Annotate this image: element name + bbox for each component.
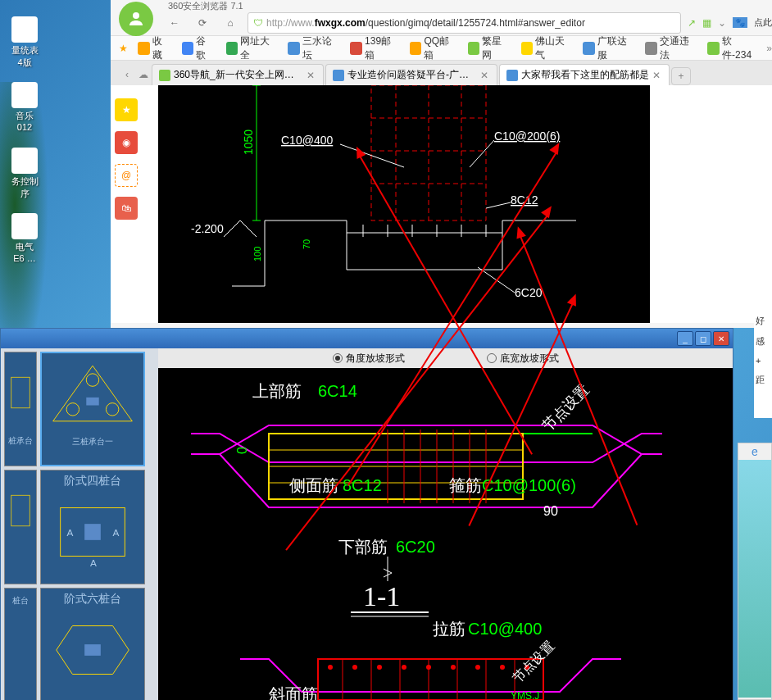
tabs-bar: ‹ ☁ 360导航_新一代安全上网导航✕专业造价问题答疑平台-广联达✕大家帮我看… <box>111 61 772 85</box>
svg-point-74 <box>352 665 357 670</box>
maximize-button[interactable]: ◻ <box>695 331 711 346</box>
svg-point-0 <box>133 12 139 19</box>
cad-canvas[interactable]: 上部筋 6C14 侧面筋 8C12 箍筋 C10@100(6) 下部筋 6C20… <box>158 368 733 700</box>
top-rebar-label: 上部筋 <box>252 382 302 400</box>
svg-text:侧面筋: 侧面筋 <box>289 476 338 494</box>
svg-text:A: A <box>90 557 97 569</box>
desktop-icon[interactable]: 音乐012 <box>0 82 49 132</box>
thumb-small-3[interactable]: 桩台 <box>4 588 37 700</box>
minimize-button[interactable]: _ <box>677 331 693 346</box>
svg-text:A: A <box>113 527 120 539</box>
thumb-small-2[interactable] <box>4 470 37 584</box>
svg-point-79 <box>475 665 480 670</box>
bookmark-item[interactable]: 繁星网 <box>465 33 513 64</box>
bookmark-item[interactable]: 139邮箱 <box>347 33 401 64</box>
svg-point-75 <box>377 665 382 670</box>
weibo-icon[interactable]: ◉ <box>115 131 138 154</box>
svg-text:6C20: 6C20 <box>396 538 435 556</box>
right-fragment: 好 感 + 距 <box>754 311 772 418</box>
preview-thumbnail[interactable] <box>738 460 771 698</box>
url-action[interactable]: 点此 <box>754 16 772 29</box>
svg-point-76 <box>402 665 406 670</box>
dropdown-icon[interactable]: ⌄ <box>718 17 726 29</box>
translate-icon[interactable]: ▦ <box>702 17 711 29</box>
url-domain: fwxgx.com <box>315 17 366 29</box>
desktop-icon[interactable]: 电气E6 … <box>0 213 49 263</box>
svg-text:C10@200(6): C10@200(6) <box>494 130 560 143</box>
browser-tab[interactable]: 大家帮我看下这里的配筋都是✕ <box>499 64 670 85</box>
url-bar[interactable]: 🛡 http://www.fwxgx.com/question/gimq/det… <box>247 12 681 34</box>
tab-cloud[interactable]: ☁ <box>135 64 152 85</box>
svg-rect-72 <box>318 659 543 700</box>
svg-text:节点设置: 节点设置 <box>510 639 556 685</box>
svg-text:6C20: 6C20 <box>515 286 543 299</box>
browser-tab[interactable]: 专业造价问题答疑平台-广联达✕ <box>325 64 497 85</box>
preview-panel: e <box>738 443 772 700</box>
bookmark-item[interactable]: QQ邮箱 <box>406 33 460 64</box>
svg-text:箍筋: 箍筋 <box>449 476 482 494</box>
user-avatar[interactable] <box>119 2 153 36</box>
svg-text:A: A <box>67 527 74 539</box>
svg-line-17 <box>340 144 404 167</box>
bookmark-item[interactable]: 交通违法 <box>642 33 699 64</box>
tab-scroll-left[interactable]: ‹ <box>119 64 135 85</box>
svg-text:C10@100(6): C10@100(6) <box>482 476 576 494</box>
back-button[interactable]: ← <box>164 12 185 34</box>
reload-button[interactable]: ⟳ <box>192 12 213 34</box>
url-path: /question/gimq/detail/1255724.html#answe… <box>366 17 585 29</box>
sidebar-icons: ★ ◉ @ 🛍 <box>115 98 141 230</box>
bookmarks-more[interactable]: » <box>766 43 772 54</box>
at-icon[interactable]: @ <box>115 164 138 187</box>
svg-point-33 <box>66 403 79 416</box>
share-icon[interactable]: ↗ <box>688 17 696 29</box>
bookmarks-bar: ★收藏谷歌网址大全三水论坛139邮箱QQ邮箱繁星网佛山天气广联达服交通违法软件-… <box>111 36 772 61</box>
tab-close-icon[interactable]: ✕ <box>307 70 316 81</box>
svg-text:100: 100 <box>252 247 262 261</box>
svg-text:C10@400: C10@400 <box>281 134 333 147</box>
desktop-icon[interactable]: 务控制序 <box>0 148 49 200</box>
browser-tab[interactable]: 360导航_新一代安全上网导航✕ <box>152 64 324 85</box>
desktop-icon[interactable]: 量统表4版 <box>0 16 49 69</box>
bookmark-item[interactable]: 三水论坛 <box>284 33 342 64</box>
cart-icon[interactable]: 🛍 <box>115 197 138 220</box>
svg-text:斜面筋: 斜面筋 <box>269 685 318 700</box>
thumb-three-pile[interactable]: 三桩承台一 <box>40 352 145 466</box>
new-tab-button[interactable]: + <box>671 67 691 85</box>
close-button[interactable]: ✕ <box>713 331 729 346</box>
ie-icon[interactable]: e <box>738 443 771 460</box>
bookmark-item[interactable]: 广联达服 <box>579 33 637 64</box>
thumb-four-pile[interactable]: 阶式四桩台 AAA <box>40 470 145 584</box>
browser-content: 1050 -2.200 100 70 C10@400 C10@200(6) 8C… <box>111 85 772 323</box>
tab-close-icon[interactable]: ✕ <box>652 70 662 81</box>
shield-icon: 🛡 <box>253 17 263 29</box>
radio-width-slope[interactable]: 底宽放坡形式 <box>487 352 559 366</box>
elevation: -2.200 <box>191 222 224 235</box>
tab-close-icon[interactable]: ✕ <box>480 70 490 81</box>
dim-1050: 1050 <box>242 130 255 155</box>
paw-icon[interactable]: 🐾 <box>733 17 747 28</box>
star-icon[interactable]: ★ <box>115 98 138 121</box>
bookmark-item[interactable]: 佛山天气 <box>518 33 575 64</box>
svg-text:8C12: 8C12 <box>511 193 538 207</box>
cad-image-1: 1050 -2.200 100 70 C10@400 C10@200(6) 8C… <box>158 85 650 323</box>
thumb-six-pile[interactable]: 阶式六桩台 <box>40 588 145 700</box>
svg-point-73 <box>328 665 333 670</box>
svg-text:0: 0 <box>235 447 249 454</box>
radio-angle-slope[interactable]: 角度放坡形式 <box>333 352 405 366</box>
svg-line-19 <box>470 140 494 167</box>
svg-text:YMS.J: YMS.J <box>511 690 539 700</box>
browser-window: 360安全浏览器 7.1 ← ⟳ ⌂ 🛡 http://www.fwxgx.co… <box>111 0 772 328</box>
bookmark-item[interactable]: 谷歌 <box>179 33 218 64</box>
bookmark-item[interactable]: 收藏 <box>134 33 174 64</box>
svg-text:70: 70 <box>302 239 311 249</box>
svg-point-32 <box>86 374 98 386</box>
svg-text:6C14: 6C14 <box>318 382 357 400</box>
cad-titlebar: _ ◻ ✕ <box>1 329 733 348</box>
thumb-pile-cap[interactable]: 桩承台 <box>4 352 37 466</box>
svg-point-34 <box>106 403 118 416</box>
bookmark-item[interactable]: 软件-234 <box>704 33 761 64</box>
svg-text:90: 90 <box>543 504 558 518</box>
home-button[interactable]: ⌂ <box>220 12 241 34</box>
svg-rect-35 <box>86 398 98 406</box>
bookmark-item[interactable]: 网址大全 <box>223 33 280 64</box>
